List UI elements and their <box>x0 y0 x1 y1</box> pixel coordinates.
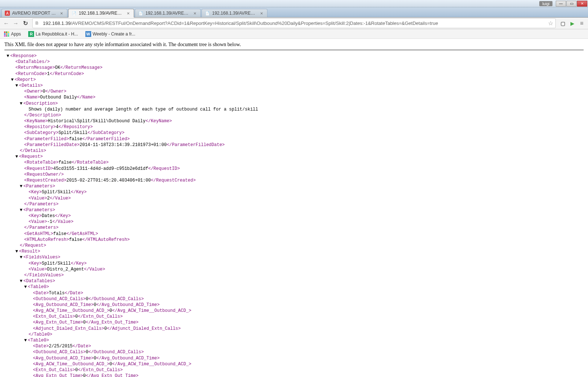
xml-line: <Extn_Out_Calls>0</Extn_Out_Calls> <box>4 314 584 320</box>
bookmark-favicon: W <box>85 31 91 37</box>
tab-title: 192.168.1.39/AVREMO/C <box>79 11 124 16</box>
apps-icon <box>4 31 10 37</box>
xml-line: <Avg_Extn_Out_Time>0</Avg_Extn_Out_Time> <box>4 320 584 325</box>
address-bar: ← → ↻ 🗎 192.168.1.39/AVREMO/CMS/RESTFul/… <box>0 18 588 29</box>
xml-toggle-icon[interactable]: ▼ <box>15 154 19 160</box>
divider <box>4 50 584 50</box>
xml-tree: ▼<Response><DataTables/><ReturnMessage>O… <box>4 53 584 377</box>
xml-line: <Avg_Outbound_ACD_Time>0</Avg_Outbound_A… <box>4 302 584 308</box>
xml-notice: This XML file does not appear to have an… <box>4 42 584 48</box>
xml-toggle-icon[interactable]: ▼ <box>7 53 10 59</box>
xml-line: <Key>Split/Skill</Key> <box>4 261 584 266</box>
xml-line: ▼<FieldsValues> <box>4 254 584 260</box>
user-badge: luigi <box>539 1 552 6</box>
xml-line: <KeyName>Historical\Split/Skill\Outbound… <box>4 118 584 124</box>
xml-toggle-icon[interactable]: ▼ <box>15 83 19 89</box>
xml-line: ▼<Details> <box>4 83 584 89</box>
xml-line: <RequestID>45cd3155-1311-4d4d-add9-c951b… <box>4 166 584 172</box>
xml-line: <GetAsHTML>false</GetAsHTML> <box>4 231 584 237</box>
xml-line: </Table0> <box>4 332 584 337</box>
extension-play-icon[interactable]: ▶ <box>568 19 576 27</box>
xml-line: <RotateTable>false</RotateTable> <box>4 160 584 165</box>
xml-line: <ParameterFilled>false</ParameterFilled> <box>4 136 584 142</box>
tab-favicon: A <box>5 11 10 16</box>
xml-line: <Outbound_ACD_Calls>0</Outbound_ACD_Call… <box>4 296 584 302</box>
xml-line: ▼<DataTables> <box>4 278 584 284</box>
xml-line: <Repository>4</Repository> <box>4 124 584 130</box>
xml-line: <Key>Split/Skill</Key> <box>4 189 584 195</box>
xml-line: <Date>Totals</Date> <box>4 290 584 296</box>
browser-tab-bar: A AVREMO REPORT EXPLO × 📄 192.168.1.39/A… <box>0 7 588 18</box>
browser-tab[interactable]: 📄 192.168.1.39/AVREMO/C × <box>135 9 201 17</box>
tab-title: AVREMO REPORT EXPLO <box>12 11 58 16</box>
page-icon: 📄 <box>71 11 77 16</box>
bookmark-label: Weebly - Create a fr... <box>93 31 136 37</box>
xml-line: <RequestCreated>2015-02-27T01:45:20.4034… <box>4 178 584 183</box>
xml-toggle-icon[interactable]: ▼ <box>20 207 23 213</box>
chrome-menu-button[interactable]: ≡ <box>578 19 586 27</box>
xml-line: <Avg_ACW_Time__Outbound_ACD_>0</Avg_ACW_… <box>4 308 584 314</box>
tab-close-icon[interactable]: × <box>259 11 264 16</box>
window-minimize-button[interactable]: — <box>556 1 566 7</box>
xml-toggle-icon[interactable]: ▼ <box>24 284 28 290</box>
xml-line: <Name>Outbound Daily</Name> <box>4 94 584 100</box>
xml-line: <Avg_Outbound_ACD_Time>0</Avg_Outbound_A… <box>4 355 584 361</box>
xml-line: ▼<Response> <box>4 53 584 59</box>
xml-line: </Description> <box>4 112 584 118</box>
tab-close-icon[interactable]: × <box>59 11 64 16</box>
browser-tab[interactable]: A AVREMO REPORT EXPLO × <box>1 9 67 17</box>
apps-button[interactable]: Apps <box>2 30 22 38</box>
browser-tab[interactable]: 📄 192.168.1.39/AVREMO/C × <box>201 9 267 17</box>
xml-line: <Adjunct_Dialed_Extn_Calls>0</Adjunct_Di… <box>4 326 584 332</box>
xml-line: <ReturnMessage>OK</ReturnMessage> <box>4 65 584 71</box>
url-omnibox[interactable]: 🗎 192.168.1.39/AVREMO/CMS/RESTFul/OnDema… <box>32 18 556 28</box>
xml-toggle-icon[interactable]: ▼ <box>20 183 23 189</box>
window-close-button[interactable]: ✕ <box>577 1 587 7</box>
xml-line: </Parameters> <box>4 201 584 207</box>
xml-line: <Date>2/25/2015</Date> <box>4 343 584 349</box>
page-icon: 📄 <box>138 11 143 16</box>
xml-line: <Value>-1</Value> <box>4 219 584 225</box>
bookmark-label: Apps <box>11 31 21 37</box>
xml-toggle-icon[interactable]: ▼ <box>20 278 23 284</box>
tab-close-icon[interactable]: × <box>126 11 131 16</box>
xml-line: <SubCategory>Split/Skill</SubCategory> <box>4 130 584 136</box>
xml-line: <Key>Dates</Key> <box>4 213 584 219</box>
browser-tab[interactable]: 📄 192.168.1.39/AVREMO/C × <box>68 9 134 18</box>
page-icon: 📄 <box>205 11 210 16</box>
tab-close-icon[interactable]: × <box>192 11 197 16</box>
bookmark-label: La Repubblica.it - H... <box>36 31 78 37</box>
xml-toggle-icon[interactable]: ▼ <box>24 337 28 343</box>
reload-button[interactable]: ↻ <box>21 19 29 27</box>
extension-icon[interactable]: ▢ <box>559 19 567 27</box>
bookmark-star-icon[interactable]: ☆ <box>548 20 553 27</box>
xml-line: <Value>Distro_2_Agent</Value> <box>4 266 584 272</box>
xml-line: <ReturnCode>1</ReturnCode> <box>4 71 584 77</box>
window-titlebar: luigi — ▭ ✕ <box>0 0 588 7</box>
xml-toggle-icon[interactable]: ▼ <box>20 101 23 107</box>
xml-line: <Outbound_ACD_Calls>0</Outbound_ACD_Call… <box>4 349 584 355</box>
xml-line: <ParameterFilledDate>2014-11-18T23:14:39… <box>4 142 584 148</box>
xml-toggle-icon[interactable]: ▼ <box>20 254 23 260</box>
page-content[interactable]: This XML file does not appear to have an… <box>0 39 588 377</box>
xml-line: Shows (daily) number and average length … <box>4 107 584 112</box>
xml-toggle-icon[interactable]: ▼ <box>15 249 19 254</box>
window-maximize-button[interactable]: ▭ <box>566 1 577 7</box>
xml-line: <Extn_Out_Calls>0</Extn_Out_Calls> <box>4 367 584 373</box>
xml-line: </FieldsValues> <box>4 272 584 278</box>
xml-line: <Avg_Extn_Out_Time>0</Avg_Extn_Out_Time> <box>4 373 584 377</box>
xml-toggle-icon[interactable]: ▼ <box>11 77 15 83</box>
xml-line: ▼<Parameters> <box>4 183 584 189</box>
xml-line: <Value>2</Value> <box>4 195 584 201</box>
forward-button[interactable]: → <box>12 19 20 27</box>
bookmark-item[interactable]: W Weebly - Create a fr... <box>84 30 137 38</box>
back-button[interactable]: ← <box>2 19 10 27</box>
site-info-icon[interactable]: 🗎 <box>35 20 41 26</box>
xml-line: <Owner>0</Owner> <box>4 89 584 94</box>
xml-line: ▼<Table0> <box>4 284 584 290</box>
xml-line: ▼<Report> <box>4 77 584 83</box>
xml-line: </Details> <box>4 148 584 154</box>
bookmark-item[interactable]: R La Repubblica.it - H... <box>27 30 79 38</box>
tab-title: 192.168.1.39/AVREMO/C <box>145 11 191 16</box>
url-text: 192.168.1.39/AVREMO/CMS/RESTFul/OnDemand… <box>43 20 547 26</box>
